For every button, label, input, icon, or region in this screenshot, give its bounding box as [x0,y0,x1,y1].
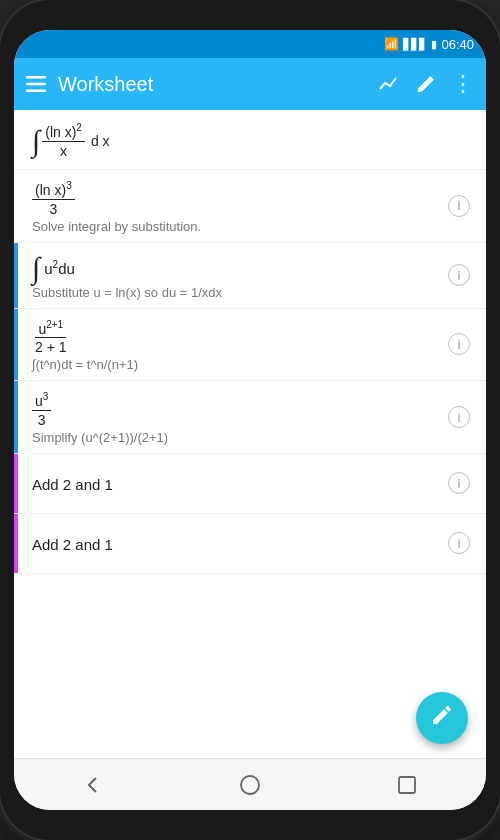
step-body-4: u3 3 Simplify (u^(2+1))/(2+1) [18,381,442,453]
step-label-1: Solve integral by substitution. [32,219,432,234]
svg-rect-2 [26,90,46,93]
math-expression-2: ∫ u2du [32,253,432,283]
info-area-0 [442,110,486,169]
navigation-bar [14,758,486,810]
fraction-denominator-1: 3 [46,200,60,217]
math-expression-0: ∫ (ln x)2 x d x [32,122,432,159]
fraction-1: (ln x)3 3 [32,180,75,217]
step-body-5: Add 2 and 1 [18,454,442,513]
app-bar-actions: ⋮ [378,71,474,97]
status-bar: 📶 ▋▋▋ ▮ 06:40 [14,30,486,58]
info-icon-2[interactable]: i [448,264,470,286]
info-button-6[interactable]: i [442,514,486,573]
info-button-1[interactable]: i [442,170,486,242]
step-body-1: (ln x)3 3 Solve integral by substitution… [18,170,442,242]
integral-symbol-0: ∫ [32,126,40,156]
math-expression-3: u2+1 2 + 1 [32,319,432,356]
info-icon-5[interactable]: i [448,472,470,494]
info-button-3[interactable]: i [442,309,486,381]
step-body-2: ∫ u2du Substitute u = ln(x) so du = 1/xd… [18,243,442,308]
step-row-5: Add 2 and 1 i [14,454,486,514]
recents-button[interactable] [377,765,437,805]
fraction-3: u2+1 2 + 1 [32,319,70,356]
step-row-1: (ln x)3 3 Solve integral by substitution… [14,170,486,243]
integral-symbol-2: ∫ [32,253,40,283]
step-body-3: u2+1 2 + 1 ∫(t^n)dt = t^n/(n+1) [18,309,442,381]
time-display: 06:40 [441,37,474,52]
step-label-4: Simplify (u^(2+1))/(2+1) [32,430,432,445]
math-expression-6: Add 2 and 1 [32,536,432,553]
info-button-4[interactable]: i [442,381,486,453]
info-icon-6[interactable]: i [448,532,470,554]
svg-rect-1 [26,83,46,86]
add-text-6: Add 2 and 1 [32,536,113,553]
edit-button[interactable] [416,74,436,94]
svg-point-3 [241,776,259,794]
worksheet-content: ∫ (ln x)2 x d x (ln x)3 [14,110,486,758]
step-row-3: u2+1 2 + 1 ∫(t^n)dt = t^n/(n+1) i [14,309,486,382]
u2-du: u2du [44,259,75,277]
more-button[interactable]: ⋮ [452,71,474,97]
step-row-0: ∫ (ln x)2 x d x [14,110,486,170]
step-body-0: ∫ (ln x)2 x d x [18,110,442,169]
page-title: Worksheet [58,73,366,96]
fraction-4: u3 3 [32,391,51,428]
dx-label-0: d x [91,133,110,149]
add-text-5: Add 2 and 1 [32,476,113,493]
fraction-numerator-0: (ln x)2 [42,122,85,142]
fraction-numerator-4: u3 [32,391,51,411]
svg-rect-4 [399,777,415,793]
chart-button[interactable] [378,75,400,93]
fraction-denominator-0: x [57,142,70,159]
fraction-numerator-3: u2+1 [35,319,66,339]
step-body-6: Add 2 and 1 [18,514,442,573]
math-expression-1: (ln x)3 3 [32,180,432,217]
step-row-2: ∫ u2du Substitute u = ln(x) so du = 1/xd… [14,243,486,309]
info-icon-1[interactable]: i [448,195,470,217]
info-button-2[interactable]: i [442,243,486,308]
step-row-6: Add 2 and 1 i [14,514,486,574]
home-button[interactable] [220,765,280,805]
fraction-numerator-1: (ln x)3 [32,180,75,200]
back-button[interactable] [63,765,123,805]
step-row-4: u3 3 Simplify (u^(2+1))/(2+1) i [14,381,486,454]
battery-icon: ▮ [431,38,437,51]
info-button-5[interactable]: i [442,454,486,513]
menu-button[interactable] [26,76,46,92]
svg-rect-0 [26,76,46,79]
math-expression-4: u3 3 [32,391,432,428]
info-icon-3[interactable]: i [448,333,470,355]
info-icon-4[interactable]: i [448,406,470,428]
fab-pencil-icon [430,703,454,733]
fraction-0: (ln x)2 x [42,122,85,159]
wifi-icon: 📶 [384,37,399,51]
app-bar: Worksheet ⋮ [14,58,486,110]
step-label-2: Substitute u = ln(x) so du = 1/xdx [32,285,432,300]
status-icons: 📶 ▋▋▋ ▮ 06:40 [384,37,474,52]
fraction-denominator-4: 3 [35,411,49,428]
fraction-denominator-3: 2 + 1 [32,338,70,355]
math-expression-5: Add 2 and 1 [32,476,432,493]
signal-icon: ▋▋▋ [403,38,427,51]
fab-edit-button[interactable] [416,692,468,744]
step-label-3: ∫(t^n)dt = t^n/(n+1) [32,357,432,372]
